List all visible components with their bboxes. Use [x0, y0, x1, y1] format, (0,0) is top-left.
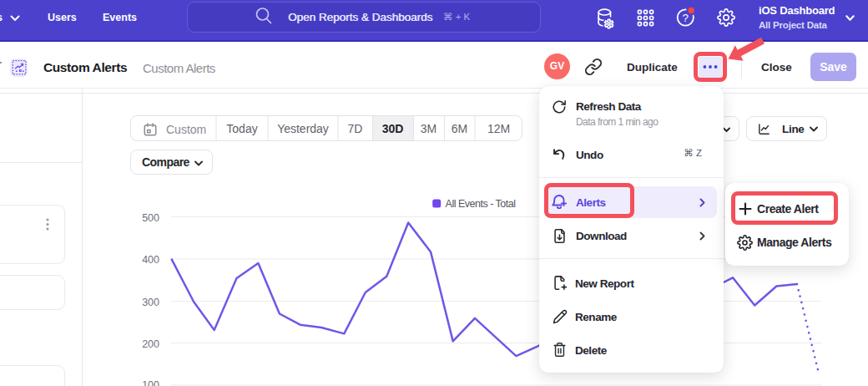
- svg-text:All Events - Total: All Events - Total: [446, 198, 516, 210]
- svg-text:400: 400: [142, 254, 159, 266]
- svg-text:300: 300: [142, 297, 159, 308]
- svg-text:100: 100: [142, 379, 159, 386]
- svg-text:200: 200: [142, 338, 159, 350]
- svg-text:500: 500: [142, 212, 159, 224]
